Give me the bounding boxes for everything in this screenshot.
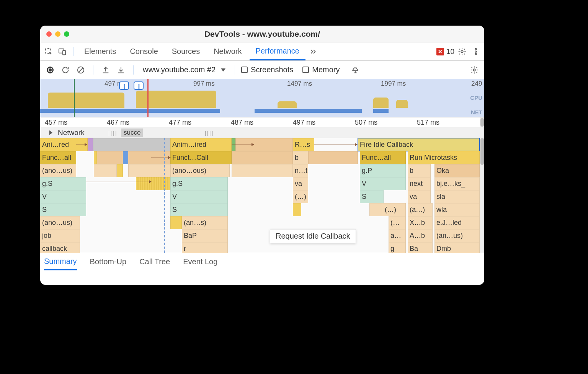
svg-point-6	[475, 53, 477, 55]
flame-entry[interactable]: Anim…ired	[170, 138, 232, 151]
flame-entry[interactable]	[94, 151, 97, 164]
flame-entry[interactable]: job	[40, 229, 80, 242]
flame-entry[interactable]: r	[182, 242, 228, 253]
flame-entry[interactable]: V	[170, 190, 228, 203]
flame-entry[interactable]: b	[408, 164, 431, 177]
download-icon[interactable]	[115, 64, 127, 76]
flame-entry[interactable]: g.S	[170, 177, 228, 190]
tab-performance[interactable]: Performance	[250, 42, 306, 60]
flame-entry[interactable]: S	[360, 190, 384, 203]
flame-entry[interactable]: V	[40, 190, 86, 203]
svg-point-9	[473, 69, 475, 71]
flame-entry[interactable]: A…b	[408, 229, 433, 242]
flame-entry[interactable]: g	[389, 242, 406, 253]
flame-entry[interactable]: callback	[40, 242, 80, 253]
flame-entry[interactable]: (ano…us)	[40, 164, 76, 177]
v-scrollbar[interactable]	[480, 117, 484, 127]
tab-elements[interactable]: Elements	[78, 42, 122, 60]
flame-entry[interactable]: BaP	[182, 229, 228, 242]
network-request[interactable]: succe	[121, 128, 143, 137]
flame-entry[interactable]: S	[170, 203, 228, 216]
flame-entry[interactable]: Ba	[408, 242, 433, 253]
flame-entry[interactable]: e.J…led	[434, 216, 480, 229]
network-track-header[interactable]: Network succe |||| ||||	[40, 127, 484, 138]
range-handle-right[interactable]: ||	[134, 81, 144, 90]
tab-bottom-up[interactable]: Bottom-Up	[90, 254, 127, 270]
more-tabs-icon[interactable]	[307, 46, 319, 58]
flame-entry[interactable]: a…	[389, 229, 406, 242]
perf-settings-icon[interactable]	[468, 64, 480, 76]
flame-entry[interactable]: X…b	[408, 216, 433, 229]
flame-entry[interactable]: g.S	[40, 177, 86, 190]
timeline-overview[interactable]: 497 ms 997 ms 1497 ms 1997 ms 249 CPU NE…	[40, 79, 484, 117]
flame-entry[interactable]: va	[408, 190, 431, 203]
flame-entry[interactable]: Run Microtasks	[408, 151, 480, 164]
flame-chart[interactable]: Ani…red Func…all (ano…us) g.S V S (ano…u…	[40, 138, 484, 253]
flame-entry[interactable]: Func…all	[40, 151, 76, 164]
inspect-icon[interactable]	[42, 46, 55, 58]
flame-entry[interactable]: (…	[389, 216, 406, 229]
flame-entry[interactable]	[93, 138, 170, 151]
flame-entry[interactable]	[136, 177, 170, 190]
flame-entry[interactable]	[123, 151, 128, 164]
tab-event-log[interactable]: Event Log	[183, 254, 217, 270]
recording-select[interactable]: www.youtube.com #2	[140, 64, 229, 76]
net-label: NET	[471, 109, 482, 115]
flame-entry[interactable]: (…)	[293, 190, 308, 203]
kebab-menu-icon[interactable]	[470, 46, 482, 58]
flame-entry[interactable]	[232, 151, 293, 164]
flame-entry[interactable]: (an…us)	[434, 229, 480, 242]
tab-sources[interactable]: Sources	[166, 42, 206, 60]
device-toggle-icon[interactable]	[56, 46, 69, 58]
ruler-tick: 477 ms	[169, 119, 191, 127]
flame-entry-selected[interactable]: Fire Idle Callback	[358, 138, 480, 151]
screenshots-checkbox[interactable]	[241, 67, 248, 73]
tab-call-tree[interactable]: Call Tree	[139, 254, 170, 270]
flame-entry[interactable]: Func…all	[360, 151, 406, 164]
flame-entry[interactable]: R…s	[293, 138, 314, 151]
garbage-collect-icon[interactable]	[349, 64, 361, 76]
flame-entry[interactable]: wla	[434, 203, 480, 216]
flame-entry[interactable]: (…)	[383, 203, 406, 216]
flame-entry[interactable]: n…t	[293, 164, 308, 177]
flame-entry[interactable]: (a…)	[408, 203, 433, 216]
error-badge[interactable]: ✕10	[436, 47, 454, 56]
flame-entry[interactable]: (ano…ous)	[170, 164, 230, 177]
flame-entry[interactable]: sla	[434, 190, 480, 203]
flame-entry[interactable]: va	[293, 177, 308, 190]
svg-rect-2	[63, 50, 65, 55]
flame-entry[interactable]: (ano…us)	[40, 216, 80, 229]
flame-entry[interactable]: bj.e…ks_	[434, 177, 480, 190]
flame-entry[interactable]: g.P	[360, 164, 406, 177]
flame-entry[interactable]	[293, 203, 301, 216]
flame-entry[interactable]: Funct…Call	[170, 151, 232, 164]
flame-entry[interactable]	[170, 216, 182, 229]
flame-entry[interactable]: V	[360, 177, 406, 190]
tab-network[interactable]: Network	[207, 42, 248, 60]
flame-entry[interactable]: next	[408, 177, 431, 190]
flame-entry[interactable]: S	[40, 203, 86, 216]
flame-entry[interactable]: Dmb	[434, 242, 480, 253]
flame-entry[interactable]	[88, 138, 93, 151]
clear-button[interactable]	[75, 64, 87, 76]
flame-entry[interactable]: Oka	[434, 164, 480, 177]
settings-icon[interactable]	[456, 46, 468, 58]
record-button[interactable]	[44, 64, 56, 76]
flame-entry[interactable]	[232, 164, 293, 177]
ruler[interactable]: 457 ms 467 ms 477 ms 487 ms 497 ms 507 m…	[40, 117, 484, 127]
flame-entry[interactable]	[117, 164, 123, 177]
ruler-tick: 507 ms	[355, 119, 377, 127]
caret-icon	[221, 68, 225, 72]
divider	[73, 47, 74, 56]
tab-console[interactable]: Console	[124, 42, 164, 60]
upload-icon[interactable]	[100, 64, 112, 76]
tab-summary[interactable]: Summary	[44, 254, 77, 270]
flame-entry[interactable]: (an…s)	[182, 216, 228, 229]
flame-entry[interactable]	[308, 151, 358, 164]
flame-scrollbar[interactable]	[480, 138, 484, 253]
flame-entry[interactable]: b	[293, 151, 308, 164]
reload-button[interactable]	[59, 64, 72, 76]
memory-checkbox[interactable]	[302, 67, 309, 73]
flame-entry[interactable]	[94, 164, 117, 177]
range-handle-left[interactable]: ||	[119, 81, 129, 90]
